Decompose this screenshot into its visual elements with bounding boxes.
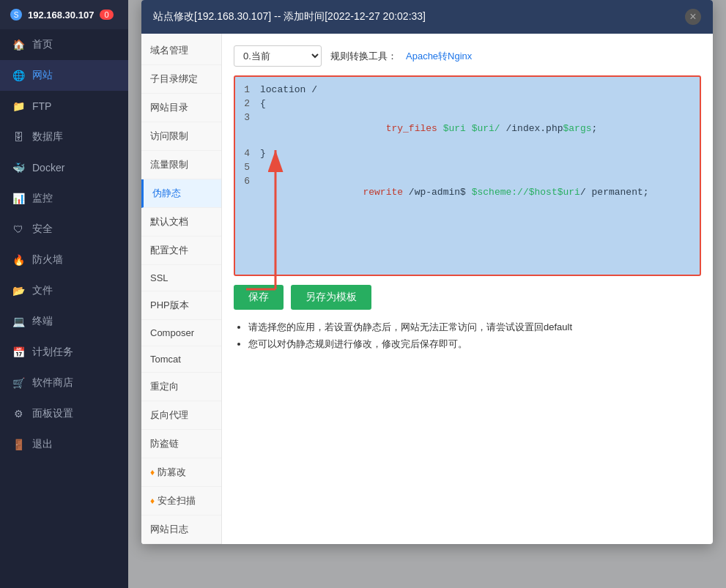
sub-sidebar-item-redirect[interactable]: 重定向	[141, 373, 221, 401]
modal-title: 站点修改[192.168.30.107] -- 添加时间[2022-12-27 …	[153, 10, 426, 23]
code-var-uri: $uri $uri/	[443, 123, 500, 134]
sub-sidebar-label: 访问限制	[150, 130, 188, 141]
sidebar-item-terminal[interactable]: 💻 终端	[0, 306, 128, 337]
sidebar-item-label: 面板设置	[32, 407, 73, 420]
files-icon: 📂	[12, 284, 25, 297]
sidebar-item-logout[interactable]: 🚪 退出	[0, 429, 128, 460]
version-select[interactable]: 0.当前	[234, 45, 322, 67]
sidebar-item-label: Docker	[32, 162, 64, 174]
code-var-scheme: $scheme://	[472, 187, 529, 198]
docker-icon: 🐳	[12, 161, 25, 174]
rule-tool-label: 规则转换工具：	[330, 50, 397, 63]
sub-sidebar-label: 反向代理	[150, 409, 188, 420]
sidebar-item-website[interactable]: 🌐 网站	[0, 60, 128, 91]
sub-sidebar-label: 网站日志	[150, 524, 188, 535]
save-template-button[interactable]: 另存为模板	[291, 285, 371, 310]
sub-sidebar-label: 流量限制	[150, 159, 188, 170]
sidebar-item-label: 退出	[32, 438, 53, 451]
sub-sidebar-item-site-log[interactable]: 网站日志	[141, 516, 221, 544]
sub-sidebar-item-site-dir[interactable]: 网站目录	[141, 94, 221, 122]
code-line-1: 1 location /	[235, 83, 700, 97]
terminal-icon: 💻	[12, 315, 25, 328]
sub-sidebar-label: Composer	[150, 327, 194, 338]
ftp-icon: 📁	[12, 100, 25, 113]
sub-sidebar-item-security-scan[interactable]: ♦ 安全扫描	[141, 487, 221, 516]
sub-sidebar-item-ssl[interactable]: SSL	[141, 265, 221, 291]
sidebar-item-panel-settings[interactable]: ⚙ 面板设置	[0, 398, 128, 429]
sub-sidebar-label: 子目录绑定	[150, 73, 198, 84]
line-number-3: 3	[235, 112, 257, 145]
sidebar-item-label: 终端	[32, 315, 53, 328]
code-line-3: 3 try_files $uri $uri/ /index.php$args;	[235, 111, 700, 146]
code-scroll: 1 location / 2 { 3 try_files $uri $ur	[235, 77, 700, 275]
sidebar-ip: 192.168.30.107	[28, 10, 94, 21]
modal-panel: 0.当前 规则转换工具： Apache转Nginx 1 location /	[222, 34, 713, 544]
sidebar-item-label: 安全	[32, 223, 53, 236]
code-line-5: 5	[235, 160, 700, 174]
sub-sidebar-label: 安全扫描	[158, 494, 196, 507]
sidebar-item-docker[interactable]: 🐳 Docker	[0, 152, 128, 183]
sidebar-item-security[interactable]: 🛡 安全	[0, 214, 128, 245]
sub-sidebar-item-composer[interactable]: Composer	[141, 320, 221, 346]
apache-nginx-link[interactable]: Apache转Nginx	[406, 50, 472, 63]
sub-sidebar-item-default-doc[interactable]: 默认文档	[141, 208, 221, 237]
sidebar-header: S 192.168.30.107 0	[0, 0, 128, 29]
sub-sidebar-item-config-file[interactable]: 配置文件	[141, 237, 221, 265]
sub-sidebar-item-pseudo-static[interactable]: 伪静态	[141, 179, 221, 208]
modal-header: 站点修改[192.168.30.107] -- 添加时间[2022-12-27 …	[141, 0, 713, 34]
logout-icon: 🚪	[12, 438, 25, 451]
sidebar-item-label: 软件商店	[32, 376, 73, 390]
sidebar-item-home[interactable]: 🏠 首页	[0, 29, 128, 60]
code-keyword-rewrite: rewrite	[363, 187, 408, 198]
modal: 站点修改[192.168.30.107] -- 添加时间[2022-12-27 …	[141, 0, 713, 544]
code-line-2: 2 {	[235, 97, 700, 111]
sub-sidebar-label: 防盗链	[150, 438, 179, 449]
sub-sidebar-item-tamper-proof[interactable]: ♦ 防篡改	[141, 458, 221, 487]
sidebar-item-label: 监控	[32, 192, 53, 205]
sub-sidebar-label: 网站目录	[150, 102, 188, 113]
sub-sidebar-item-reverse-proxy[interactable]: 反向代理	[141, 401, 221, 430]
sidebar-item-cron[interactable]: 📅 计划任务	[0, 337, 128, 368]
line-number-6: 6	[235, 176, 257, 209]
modal-overlay: 站点修改[192.168.30.107] -- 添加时间[2022-12-27 …	[128, 0, 726, 588]
line-content-4: }	[257, 148, 700, 159]
sub-sidebar: 域名管理 子目录绑定 网站目录 访问限制 流量限制 伪静态	[141, 34, 222, 544]
sidebar-item-firewall[interactable]: 🔥 防火墙	[0, 245, 128, 275]
sub-sidebar-label: 防篡改	[158, 466, 186, 479]
monitor-icon: 📊	[12, 192, 25, 205]
line-number-5: 5	[235, 162, 257, 173]
sidebar-item-ftp[interactable]: 📁 FTP	[0, 91, 128, 122]
code-text-wpadmin: /wp-admin$	[409, 187, 472, 198]
sub-sidebar-item-php-version[interactable]: PHP版本	[141, 291, 221, 320]
main-content: 站点修改[192.168.30.107] -- 添加时间[2022-12-27 …	[128, 0, 726, 588]
sub-sidebar-label: 配置文件	[150, 245, 188, 256]
sidebar-badge: 0	[100, 10, 113, 20]
sub-sidebar-item-domain-mgmt[interactable]: 域名管理	[141, 37, 221, 65]
line-content-6: rewrite /wp-admin$ $scheme://$host$uri/ …	[257, 176, 700, 209]
sub-sidebar-item-hotlink[interactable]: 防盗链	[141, 430, 221, 458]
modal-body: 域名管理 子目录绑定 网站目录 访问限制 流量限制 伪静态	[141, 34, 713, 544]
code-text-index: /index.php	[500, 123, 563, 134]
sidebar-item-files[interactable]: 📂 文件	[0, 275, 128, 306]
sub-sidebar-label: 重定向	[150, 381, 179, 392]
sidebar-item-store[interactable]: 🛒 软件商店	[0, 368, 128, 398]
code-keyword-try-files: try_files	[363, 123, 442, 134]
sub-sidebar-item-subdir-bind[interactable]: 子目录绑定	[141, 65, 221, 94]
sub-sidebar-label: Tomcat	[150, 354, 181, 365]
line-number-4: 4	[235, 148, 257, 159]
sub-sidebar-label: 伪静态	[152, 187, 181, 198]
line-content-1: location /	[257, 84, 700, 95]
sidebar-item-monitor[interactable]: 📊 监控	[0, 183, 128, 214]
sub-sidebar-item-tomcat[interactable]: Tomcat	[141, 346, 221, 373]
modal-close-button[interactable]: ×	[685, 9, 701, 25]
code-var-args: $args	[563, 123, 592, 134]
home-icon: 🏠	[12, 38, 25, 51]
sub-sidebar-item-access-limit[interactable]: 访问限制	[141, 122, 221, 151]
sub-sidebar-item-traffic-limit[interactable]: 流量限制	[141, 151, 221, 179]
toolbar-row: 0.当前 规则转换工具： Apache转Nginx	[234, 45, 701, 67]
save-button[interactable]: 保存	[234, 285, 284, 310]
sub-sidebar-label: 默认文档	[150, 216, 188, 227]
firewall-icon: 🔥	[12, 253, 25, 267]
code-editor[interactable]: 1 location / 2 { 3 try_files $uri $ur	[234, 75, 701, 276]
sidebar-item-database[interactable]: 🗄 数据库	[0, 122, 128, 152]
